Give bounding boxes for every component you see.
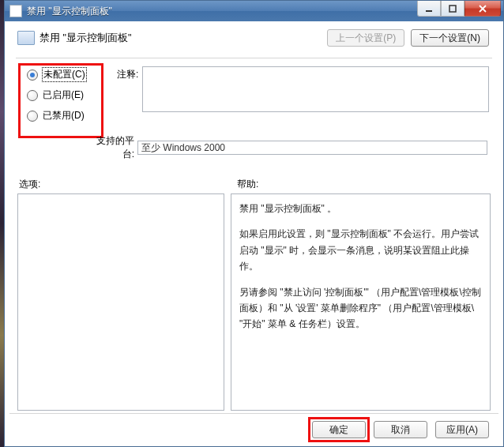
window-controls bbox=[417, 1, 501, 17]
nav-buttons: 上一个设置(P) 下一个设置(N) bbox=[327, 29, 489, 47]
platform-label: 支持的平台: bbox=[85, 134, 134, 161]
config-row: 未配置(C) 已启用(E) 已禁用(D) 注释: bbox=[16, 63, 492, 133]
options-heading: 选项: bbox=[19, 178, 40, 191]
group-policy-setting-window: 禁用 "显示控制面板" 禁用 "显示控制面板" 上一个设置(P) 下一个设置(N… bbox=[4, 0, 504, 447]
policy-title: 禁用 "显示控制面板" bbox=[39, 32, 131, 45]
divider bbox=[16, 58, 492, 58]
state-radio-group: 未配置(C) 已启用(E) 已禁用(D) bbox=[27, 68, 86, 122]
titlebar[interactable]: 禁用 "显示控制面板" bbox=[5, 1, 503, 21]
platform-row: 支持的平台: bbox=[85, 140, 487, 156]
maximize-button[interactable] bbox=[441, 1, 465, 17]
header-row: 禁用 "显示控制面板" 上一个设置(P) 下一个设置(N) bbox=[9, 21, 498, 54]
window-title: 禁用 "显示控制面板" bbox=[27, 5, 417, 18]
radio-label: 已禁用(D) bbox=[43, 109, 85, 122]
next-setting-button[interactable]: 下一个设置(N) bbox=[411, 29, 489, 47]
radio-label: 未配置(C) bbox=[43, 68, 86, 81]
prev-setting-button[interactable]: 上一个设置(P) bbox=[327, 29, 404, 47]
cancel-button[interactable]: 取消 bbox=[374, 421, 427, 438]
ok-button[interactable]: 确定 bbox=[312, 421, 366, 438]
help-paragraph: 如果启用此设置，则 "显示控制面板" 不会运行。用户尝试启动 "显示" 时，会显… bbox=[239, 226, 482, 274]
app-icon bbox=[9, 5, 22, 17]
close-button[interactable] bbox=[465, 1, 501, 17]
svg-rect-1 bbox=[449, 6, 456, 12]
comment-textarea[interactable] bbox=[142, 66, 489, 112]
help-heading: 帮助: bbox=[237, 178, 258, 191]
radio-label: 已启用(E) bbox=[43, 88, 84, 102]
help-paragraph: 禁用 "显示控制面板" 。 bbox=[239, 201, 482, 216]
ok-highlight-wrap: 确定 bbox=[312, 421, 366, 438]
apply-button[interactable]: 应用(A) bbox=[435, 421, 489, 438]
dialog-footer: 确定 取消 应用(A) bbox=[9, 413, 498, 445]
platform-field bbox=[137, 141, 487, 155]
radio-disabled[interactable]: 已禁用(D) bbox=[27, 109, 86, 122]
help-pane[interactable]: 禁用 "显示控制面板" 。 如果启用此设置，则 "显示控制面板" 不会运行。用户… bbox=[231, 193, 491, 411]
policy-icon bbox=[17, 31, 35, 45]
radio-enabled[interactable]: 已启用(E) bbox=[27, 88, 86, 102]
comment-label: 注释: bbox=[117, 68, 138, 81]
radio-dot-icon bbox=[27, 111, 38, 122]
panes: 禁用 "显示控制面板" 。 如果启用此设置，则 "显示控制面板" 不会运行。用户… bbox=[17, 193, 491, 411]
options-pane[interactable] bbox=[17, 193, 224, 411]
svg-rect-0 bbox=[426, 10, 432, 12]
help-paragraph: 另请参阅 "禁止访问 '控制面板'" （用户配置\管理模板\控制面板）和 "从 … bbox=[239, 284, 482, 332]
column-headings: 选项: 帮助: bbox=[19, 178, 487, 190]
client-area: 禁用 "显示控制面板" 上一个设置(P) 下一个设置(N) 未配置(C) 已启用… bbox=[9, 21, 498, 445]
radio-dot-icon bbox=[27, 90, 38, 101]
radio-not-configured[interactable]: 未配置(C) bbox=[27, 68, 86, 81]
minimize-button[interactable] bbox=[417, 1, 441, 17]
radio-dot-icon bbox=[27, 69, 38, 81]
